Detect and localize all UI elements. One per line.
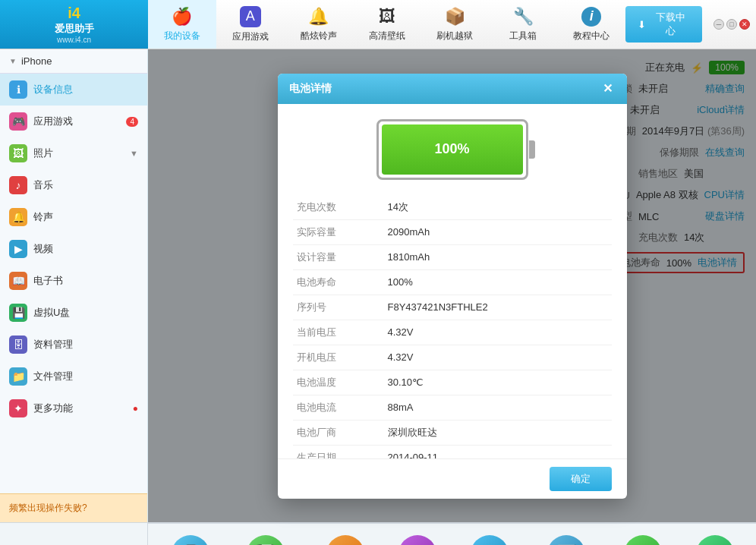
sidebar-item-photos[interactable]: 🖼 照片 ▼ [0,137,147,169]
sidebar-label-device-info: 设备信息 [33,83,73,96]
battery-detail-modal: 电池详情 ✕ 100% 充电次数 14次 [278,74,627,499]
backup-icon: 💾 [247,535,285,546]
table-row-actual-cap: 实际容量 2090mAh [293,219,612,244]
screen-live-icon: 📺 [326,535,364,546]
row-label-production-date: 生产日期 [293,445,384,458]
nav-item-jailbreak[interactable]: 📦 刷机越狱 [421,0,490,49]
row-label-serial: 序列号 [293,295,384,320]
modal-title: 电池详情 [289,82,332,96]
row-label-current: 电池电流 [293,395,384,420]
ebook-icon: 📖 [9,272,27,290]
tool-more-tools[interactable]: ⋯ 更多功能 [696,535,734,546]
battery-outer: 100% [376,119,528,180]
video-icon: ▶ [9,240,27,258]
sidebar-label-more-fn: 更多功能 [33,402,73,415]
sidebar-item-video[interactable]: ▶ 视频 [0,233,147,265]
row-label-battery-life: 电池寿命 [293,269,384,295]
maximize-button[interactable]: □ [726,19,737,30]
sidebar-bottom-spacer [0,523,148,545]
sidebar-item-data-mgr[interactable]: 🗄 资料管理 [0,329,147,361]
download-button[interactable]: ⬇ 下载中心 [625,6,702,43]
content-area: 正在充电 ⚡ 100% Apple ID锁 未开启 精确查询 iCloud 未开… [148,49,756,522]
nav-label-app-game: 应用游戏 [232,30,269,43]
tool-make-ring[interactable]: 🎵 制作铃声 [398,535,436,546]
sidebar-footer-text: 频繁出现操作失败? [9,502,87,513]
modal-overlay[interactable]: 电池详情 ✕ 100% 充电次数 14次 [148,49,756,522]
sidebar-label-music: 音乐 [33,178,53,192]
row-value-battery-life: 100% [384,269,612,295]
nav-label-my-device: 我的设备 [164,30,200,43]
sidebar-item-ringtone[interactable]: 🔔 铃声 [0,201,147,233]
bottom-toolbar: 📱 安装移动端 💾 备份/恢复数据 📺 手机投屏直播 🎵 制作铃声 🖥 整理设备… [148,523,756,545]
sidebar-item-device-info[interactable]: ℹ 设备信息 [0,74,147,106]
window-controls: ─ □ ✕ [713,19,750,30]
tool-ios-update[interactable]: 🔄 屏蔽iOS更新 [543,535,590,546]
sidebar-item-more-fn[interactable]: ✦ 更多功能 ● [0,392,147,424]
logo-name: 爱思助手 [55,22,94,36]
sidebar-device: ▼ iPhone [0,49,147,74]
sidebar-device-name: iPhone [21,55,52,67]
sidebar-item-virtual-usb[interactable]: 💾 虚拟U盘 [0,297,147,329]
download-icon: ⬇ [638,19,646,30]
nav-label-wallpaper: 高清壁纸 [369,30,405,43]
table-row-current: 电池电流 88mA [293,395,612,420]
close-button[interactable]: ✕ [739,19,750,30]
sidebar-label-ringtone: 铃声 [33,210,53,224]
nav-icon-app-game: A [240,6,261,27]
battery-visual: 100% [293,119,612,180]
row-label-charge-count: 充电次数 [293,195,384,220]
nav-label-jailbreak: 刷机越狱 [436,30,473,43]
nav-label-tutorial: 教程中心 [573,30,610,43]
nav-item-app-game[interactable]: A 应用游戏 [216,0,285,49]
nav-icon-jailbreak: 📦 [445,7,465,27]
sidebar-label-video: 视频 [33,242,53,256]
sidebar-item-file-mgr[interactable]: 📁 文件管理 [0,361,147,392]
more-fn-dot: ● [133,403,138,414]
photos-icon: 🖼 [9,144,27,162]
app-games-icon: 🎮 [9,112,27,131]
nav-icon-tutorial: i [581,7,601,27]
sidebar-label-file-mgr: 文件管理 [33,370,73,383]
nav-item-toolbox[interactable]: 🔧 工具箱 [489,0,557,49]
install-mobile-icon: 📱 [172,535,209,546]
sidebar-label-ebook: 电子书 [33,274,63,288]
sidebar-item-app-games[interactable]: 🎮 应用游戏 4 [0,106,147,137]
tool-screen-live[interactable]: 📺 手机投屏直播 [320,535,370,546]
confirm-button[interactable]: 确定 [550,467,612,491]
main-layout: ▼ iPhone ℹ 设备信息 🎮 应用游戏 4 🖼 照片 ▼ ♪ 音乐 🔔 铃… [0,49,756,522]
virtual-usb-icon: 💾 [9,304,27,322]
tool-organize[interactable]: 🖥 整理设备桌面 [465,535,515,546]
row-value-current: 88mA [384,395,612,420]
row-value-serial: F8Y437421N3FTHLE2 [384,295,612,320]
modal-body: 100% 充电次数 14次 实际容量 2090mAh [278,104,627,458]
tool-migrate[interactable]: 📂 迁移设备数据 [618,535,668,546]
nav-item-tutorial[interactable]: i 教程中心 [557,0,625,49]
table-row-design-cap: 设计容量 1810mAh [293,244,612,269]
nav-item-wallpaper[interactable]: 🖼 高清壁纸 [353,0,421,49]
minimize-button[interactable]: ─ [713,19,724,30]
data-mgr-icon: 🗄 [9,336,27,354]
row-label-current-voltage: 当前电压 [293,320,384,345]
sidebar-footer[interactable]: 频繁出现操作失败? [0,493,147,522]
sidebar-label-data-mgr: 资料管理 [33,338,73,351]
sidebar-item-music[interactable]: ♪ 音乐 [0,169,147,201]
modal-close-button[interactable]: ✕ [600,81,616,96]
organize-icon: 🖥 [471,535,509,546]
row-label-manufacturer: 电池厂商 [293,420,384,445]
row-label-actual-cap: 实际容量 [293,219,384,244]
tool-install-mobile[interactable]: 📱 安装移动端 [170,535,212,546]
tool-backup[interactable]: 💾 备份/恢复数据 [240,535,292,546]
table-row-charge-count: 充电次数 14次 [293,195,612,220]
photos-arrow: ▼ [130,149,138,158]
nav-item-my-device[interactable]: 🍎 我的设备 [148,0,216,49]
sidebar-label-app-games: 应用游戏 [33,115,73,128]
sidebar: ▼ iPhone ℹ 设备信息 🎮 应用游戏 4 🖼 照片 ▼ ♪ 音乐 🔔 铃… [0,49,148,522]
row-value-charge-count: 14次 [384,195,612,220]
bottom-toolbar-wrapper: 📱 安装移动端 💾 备份/恢复数据 📺 手机投屏直播 🎵 制作铃声 🖥 整理设备… [0,522,756,545]
modal-header: 电池详情 ✕ [278,74,627,104]
app-games-badge: 4 [126,117,138,127]
nav-item-ringtone[interactable]: 🔔 酷炫铃声 [285,0,353,49]
more-fn-icon: ✦ [9,399,27,417]
sidebar-item-ebook[interactable]: 📖 电子书 [0,265,147,297]
row-value-design-cap: 1810mAh [384,244,612,269]
